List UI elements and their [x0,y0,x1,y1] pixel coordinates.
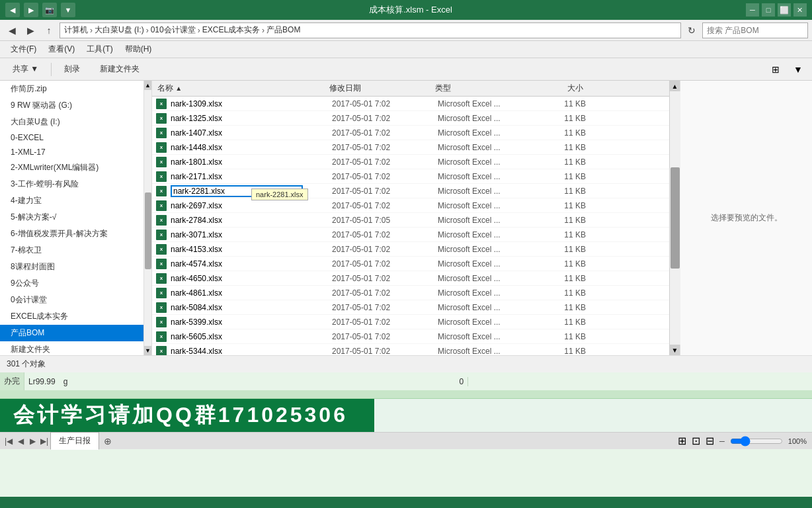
sidebar-item-tax[interactable]: 6-增值税发票开具-解决方案 [0,226,151,242]
scroll-thumb[interactable] [670,167,680,269]
page-layout-button[interactable]: ⊡ [692,435,700,447]
table-row[interactable]: x2017-05-01 7:02Microsoft Excel ...11 KB [152,184,669,198]
marquee-text: 会计学习请加QQ群171025306 [0,401,361,430]
sheet-nav-last[interactable]: ▶| [38,435,50,447]
scroll-up-arrow[interactable]: ▲ [670,81,680,91]
table-row[interactable]: xnark-1325.xlsx2017-05-01 7:02Microsoft … [152,111,669,126]
address-bar-right: ↻ [684,22,808,38]
sidebar-scroll-down[interactable]: ▼ [144,346,152,355]
table-row[interactable]: xnark-4153.xlsx2017-05-01 7:02Microsoft … [152,242,669,257]
file-list-scrollbar[interactable]: ▲ ▼ [669,81,680,355]
page-break-button[interactable]: ⊟ [706,435,714,447]
sheet-nav-first[interactable]: |◀ [3,435,15,447]
scroll-down-arrow[interactable]: ▼ [670,345,680,355]
main-area: ▲ ▼ 作简历.zip 9 RW 驱动器 (G:) 大白菜U盘 (I:) 0-E… [0,81,812,355]
col-header-name[interactable]: 名称 ▲ [152,83,324,94]
sidebar-item-accounting[interactable]: 0会计课堂 [0,292,151,308]
zoom-minus: ─ [719,437,725,445]
table-row[interactable]: xnark-4650.xlsx2017-05-01 7:02Microsoft … [152,271,669,286]
path-segment-3: 010会计课堂 [151,24,196,36]
file-size: 11 KB [525,230,591,239]
table-row[interactable]: xnark-1309.xlsx2017-05-01 7:02Microsoft … [152,97,669,111]
sheet-nav-prev[interactable]: ◀ [15,435,26,447]
restore-button[interactable]: □ [762,3,775,17]
sidebar-item-work3[interactable]: 3-工作-螳明-有风险 [0,176,151,192]
camera-icon[interactable]: 📷 [42,3,57,17]
file-date: 2017-05-01 7:02 [327,288,432,298]
sidebar-item-course[interactable]: 8课程封面图 [0,259,151,275]
table-row[interactable]: xnark-5605.xlsx2017-05-01 7:02Microsoft … [152,329,669,344]
sheet-nav-next[interactable]: ▶ [26,435,38,447]
sidebar-item-newfolder[interactable]: 新建文件夹 [0,341,151,355]
table-row[interactable]: xnark-2784.xlsx2017-05-01 7:05Microsoft … [152,213,669,228]
refresh-button[interactable]: ↻ [684,22,700,38]
view-dropdown-button[interactable]: ▼ [790,61,807,78]
share-button[interactable]: 共享 ▼ [5,61,46,78]
sheet-add-button[interactable]: ⊕ [101,434,115,448]
sheet-tab-production[interactable]: 生产日报 [50,432,99,450]
file-type: Microsoft Excel ... [432,303,525,312]
path-segment-2: 大白菜U盘 (I:) [95,24,144,36]
scroll-track[interactable] [670,91,680,345]
table-row[interactable]: xnark-5344.xlsx2017-05-01 7:02Microsoft … [152,344,669,355]
sidebar-item-ubaidrive[interactable]: 大白菜U盘 (I:) [0,114,151,130]
maximize-button[interactable]: ⬜ [778,3,791,17]
sidebar-item-excelcost[interactable]: EXCEL成本实务 [0,308,151,325]
nav-up-button[interactable]: ↑ [41,22,57,38]
sidebar-item-cotton[interactable]: 7-棉衣卫 [0,242,151,259]
nav-back-button[interactable]: ◀ [4,22,20,38]
forward-button[interactable]: ▶ [24,3,38,17]
table-row[interactable]: xnark-3071.xlsx2017-05-01 7:02Microsoft … [152,228,669,242]
grid-view-button[interactable]: ⊞ [678,435,686,447]
close-button[interactable]: ✕ [793,3,807,17]
menu-file[interactable]: 文件(F) [5,42,42,57]
file-type: Microsoft Excel ... [432,288,525,298]
excel-bottom: 办完 Lr99.99 g 0 会计学习请加QQ群171025306 |◀ ◀ ▶… [0,372,812,497]
file-name: nark-1801.xlsx [171,157,327,167]
sidebar-item-public[interactable]: 9公众号 [0,275,151,292]
new-folder-button[interactable]: 新建文件夹 [93,61,147,78]
menu-view[interactable]: 查看(V) [43,42,80,57]
file-size: 11 KB [525,318,591,327]
table-row[interactable]: xnark-1801.xlsx2017-05-01 7:02Microsoft … [152,155,669,169]
col-header-type[interactable]: 类型 [430,83,522,94]
table-row[interactable]: xnark-2697.xlsx2017-05-01 7:02Microsoft … [152,198,669,213]
menu-tools[interactable]: 工具(T) [81,42,118,57]
col-header-date[interactable]: 修改日期 [324,83,430,94]
sidebar-item-rw[interactable]: 9 RW 驱动器 (G:) [0,97,151,114]
table-row[interactable]: xnark-4861.xlsx2017-05-01 7:02Microsoft … [152,286,669,300]
menu-help[interactable]: 帮助(H) [120,42,157,57]
table-row[interactable]: xnark-2171.xlsx2017-05-01 7:02Microsoft … [152,169,669,184]
table-row[interactable]: xnark-1407.xlsx2017-05-01 7:02Microsoft … [152,126,669,140]
sidebar-item-simplify[interactable]: 作简历.zip [0,81,151,97]
down-icon[interactable]: ▼ [61,3,75,17]
minimize-button[interactable]: ─ [746,3,759,17]
file-type: Microsoft Excel ... [432,332,525,341]
sidebar-scroll-up[interactable]: ▲ [144,81,152,90]
sidebar-item-excel0[interactable]: 0-EXCEL [0,130,151,145]
file-type: Microsoft Excel ... [432,230,525,239]
nav-forward-button[interactable]: ▶ [22,22,38,38]
table-row[interactable]: xnark-1448.xlsx2017-05-01 7:02Microsoft … [152,140,669,155]
file-icon: x [155,330,168,343]
table-row[interactable]: xnark-5084.xlsx2017-05-01 7:02Microsoft … [152,300,669,315]
table-row[interactable]: xnark-5399.xlsx2017-05-01 7:02Microsoft … [152,315,669,329]
zoom-slider[interactable] [730,436,783,446]
sidebar-item-jianlibao[interactable]: 4-建力宝 [0,192,151,209]
file-name: nark-4153.xlsx [171,245,327,254]
burn-button[interactable]: 刻录 [57,61,87,78]
back-button[interactable]: ◀ [5,3,20,17]
table-row[interactable]: xnark-4574.xlsx2017-05-01 7:02Microsoft … [152,257,669,271]
sidebar-item-xml1[interactable]: 1-XML-17 [0,145,151,159]
search-input[interactable] [702,22,808,38]
sheet-bar-right: ⊞ ⊡ ⊟ ─ 100% [678,435,812,447]
sheet-tabs-bar: |◀ ◀ ▶ ▶| 生产日报 ⊕ ⊞ ⊡ ⊟ ─ 100% [0,432,812,449]
sidebar-item-bom[interactable]: 产品BOM [0,325,151,341]
address-path[interactable]: 计算机 › 大白菜U盘 (I:) › 010会计课堂 › EXCEL成本实务 ›… [60,22,681,38]
col-header-size[interactable]: 大小 [522,83,589,94]
view-icon-button[interactable]: ⊞ [767,61,784,78]
cell-label: 办完 [0,372,24,390]
sidebar-item-xmlwriter[interactable]: 2-XMLwriter(XML编辑器) [0,159,151,176]
file-name: nark-5605.xlsx [171,332,327,341]
sidebar-item-solution[interactable]: 5-解决方案-√ [0,209,151,226]
